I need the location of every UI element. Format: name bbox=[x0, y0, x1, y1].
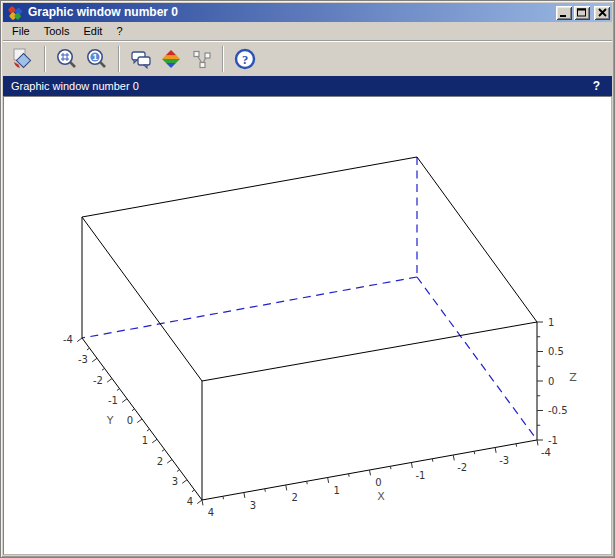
y-axis-tick bbox=[182, 480, 187, 484]
info-bar-text: Graphic window number 0 bbox=[11, 80, 139, 92]
toolbar: 1 bbox=[3, 40, 612, 76]
minimize-button[interactable] bbox=[556, 6, 572, 20]
y-axis-tick bbox=[152, 439, 157, 443]
x-axis-minor-tick bbox=[223, 496, 224, 499]
x-axis-minor-tick bbox=[390, 466, 391, 469]
x-axis-tick bbox=[495, 448, 496, 453]
close-button[interactable] bbox=[594, 6, 610, 20]
y-axis-tick-label: -4 bbox=[63, 334, 73, 345]
x-axis-tick-label: -2 bbox=[457, 462, 467, 473]
y-axis-minor-tick bbox=[117, 389, 120, 391]
plot-3d-box: -4-3-2-10123443210-1-2-3-4-1-0.500.51XYZ bbox=[4, 97, 611, 554]
x-axis-tick-label: 3 bbox=[250, 500, 256, 511]
x-axis-minor-tick bbox=[474, 451, 475, 454]
y-axis-minor-tick bbox=[192, 490, 195, 492]
y-axis-tick bbox=[122, 399, 127, 403]
y-axis-minor-tick bbox=[102, 368, 105, 370]
rotate-icon bbox=[11, 47, 35, 71]
x-axis-minor-tick bbox=[432, 459, 433, 462]
svg-text:?: ? bbox=[242, 52, 248, 66]
menu-edit[interactable]: Edit bbox=[76, 23, 109, 39]
menu-file[interactable]: File bbox=[5, 23, 37, 39]
x-axis-tick-label: 0 bbox=[375, 477, 381, 488]
x-axis-tick-label: -1 bbox=[415, 470, 425, 481]
help-button[interactable]: ? bbox=[231, 45, 259, 73]
y-axis-minor-tick bbox=[132, 409, 135, 411]
z-axis-tick-label: -0.5 bbox=[548, 405, 568, 416]
x-axis-tick-label: 2 bbox=[292, 492, 298, 503]
x-axis-tick bbox=[453, 455, 454, 460]
y-axis-minor-tick bbox=[147, 429, 150, 431]
x-axis-minor-tick bbox=[307, 481, 308, 484]
y-axis-tick-label: -2 bbox=[93, 375, 103, 386]
original-view-icon: 1 bbox=[85, 47, 109, 71]
x-axis-minor-tick bbox=[265, 489, 266, 492]
rotate-button[interactable] bbox=[9, 45, 37, 73]
x-axis-label: X bbox=[377, 490, 385, 503]
y-axis-tick-label: 2 bbox=[157, 456, 163, 467]
x-axis-minor-tick bbox=[349, 474, 350, 477]
x-axis-tick bbox=[202, 500, 203, 505]
x-axis-tick bbox=[370, 470, 371, 475]
y-axis-label: Y bbox=[106, 414, 114, 427]
menu-tools[interactable]: Tools bbox=[37, 23, 77, 39]
z-axis-label: Z bbox=[569, 371, 577, 384]
toolbar-separator bbox=[222, 46, 224, 72]
svg-text:1: 1 bbox=[92, 52, 97, 62]
help-icon: ? bbox=[233, 47, 257, 71]
y-axis-tick bbox=[137, 419, 142, 423]
y-axis-tick bbox=[77, 338, 82, 342]
z-axis-tick-label: 1 bbox=[548, 317, 554, 328]
info-bar-help[interactable]: ? bbox=[593, 79, 600, 93]
x-axis-tick-label: 1 bbox=[333, 485, 339, 496]
box-edge bbox=[82, 217, 202, 381]
box-edge bbox=[82, 157, 417, 217]
window-title: Graphic window number 0 bbox=[28, 3, 554, 22]
box-edge bbox=[417, 157, 537, 322]
x-axis-tick-label: 4 bbox=[208, 507, 214, 518]
box-edge-hidden bbox=[417, 277, 537, 440]
y-axis-minor-tick bbox=[162, 449, 165, 451]
z-axis-tick-label: -1 bbox=[548, 435, 558, 446]
z-axis-tick-label: 0 bbox=[548, 376, 554, 387]
y-axis-tick-label: 3 bbox=[172, 476, 178, 487]
y-axis-tick bbox=[92, 358, 97, 362]
zoom-area-button[interactable] bbox=[53, 45, 81, 73]
title-bar[interactable]: Graphic window number 0 bbox=[3, 3, 612, 22]
zoom-area-icon bbox=[55, 47, 79, 71]
plot-canvas[interactable]: -4-3-2-10123443210-1-2-3-4-1-0.500.51XYZ bbox=[3, 96, 612, 555]
x-axis-tick bbox=[411, 463, 412, 468]
menu-bar: File Tools Edit ? bbox=[3, 22, 612, 40]
x-axis-tick bbox=[286, 485, 287, 490]
datatips-icon bbox=[189, 47, 213, 71]
x-axis-minor-tick bbox=[516, 444, 517, 447]
info-bar: Graphic window number 0 ? bbox=[3, 76, 612, 96]
box-edge bbox=[202, 322, 537, 381]
color-diamond-icon bbox=[159, 47, 183, 71]
datatips-button[interactable] bbox=[187, 45, 215, 73]
graphics-editor-icon bbox=[129, 47, 153, 71]
y-axis-tick-label: -3 bbox=[78, 354, 88, 365]
x-axis-tick bbox=[244, 493, 245, 498]
toolbar-separator bbox=[44, 46, 46, 72]
y-axis-tick-label: -1 bbox=[108, 395, 118, 406]
y-axis-minor-tick bbox=[177, 470, 180, 472]
toolbar-separator bbox=[118, 46, 120, 72]
scilab-app-icon bbox=[7, 5, 23, 21]
original-view-button[interactable]: 1 bbox=[83, 45, 111, 73]
y-axis-tick-label: 4 bbox=[187, 496, 193, 507]
graphic-window: Graphic window number 0 File Tools Edit … bbox=[0, 0, 615, 558]
x-axis-tick-label: -3 bbox=[499, 455, 509, 466]
y-axis-tick bbox=[197, 500, 202, 504]
y-axis-tick-label: 1 bbox=[142, 435, 148, 446]
menu-help[interactable]: ? bbox=[109, 23, 129, 39]
x-axis-tick bbox=[537, 440, 538, 445]
x-axis-tick-label: -4 bbox=[541, 447, 551, 458]
maximize-button[interactable] bbox=[574, 6, 590, 20]
y-axis-minor-tick bbox=[87, 348, 90, 350]
y-axis-tick bbox=[107, 379, 112, 383]
graphics-editor-button[interactable] bbox=[127, 45, 155, 73]
z-axis-tick-label: 0.5 bbox=[548, 346, 564, 357]
x-axis-tick bbox=[328, 478, 329, 483]
color-diamond-button[interactable] bbox=[157, 45, 185, 73]
